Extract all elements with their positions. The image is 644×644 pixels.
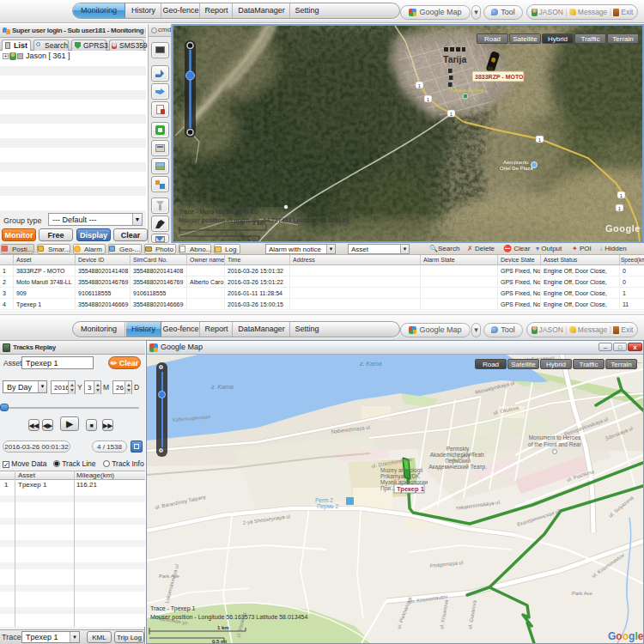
svg-text:Trace - Трехер 1: Trace - Трехер 1: [150, 605, 196, 612]
svg-text:Google: Google: [608, 630, 643, 642]
svg-text:Tarija: Tarija: [443, 54, 466, 64]
svg-text:of the Front and Rear: of the Front and Rear: [528, 441, 582, 447]
svg-text:Aeropuerto: Aeropuerto: [503, 160, 529, 165]
svg-text:Oriel De Plaza: Oriel De Plaza: [500, 166, 533, 171]
svg-text:2 km: 2 km: [252, 220, 265, 226]
svg-text:Пермь 2: Пермь 2: [317, 503, 339, 510]
svg-text:г. Kama: г. Kama: [360, 361, 382, 367]
svg-text:2 mi: 2 mi: [247, 239, 258, 241]
svg-text:Mouser position - Longitude 56: Mouser position - Longitude 56.163573 La…: [150, 614, 307, 621]
svg-text:3833RZP - MOTO: 3833RZP - MOTO: [475, 74, 524, 80]
svg-text:Трекер 1: Трекер 1: [397, 485, 424, 493]
svg-text:Park Ave: Park Ave: [572, 591, 593, 596]
svg-text:0.5 mi: 0.5 mi: [212, 639, 227, 643]
svg-text:Monument to Heroes: Monument to Heroes: [529, 434, 581, 440]
svg-text:1 km: 1 km: [217, 625, 229, 630]
svg-text:Академический Театр.: Академический Театр.: [428, 464, 487, 471]
svg-text:Google: Google: [605, 223, 641, 234]
svg-text:Trace - Moto Maruti 3748-LL: Trace - Moto Maruti 3748-LL: [179, 209, 258, 215]
svg-text:Parque Bolivar: Parque Bolivar: [450, 88, 483, 93]
svg-text:г. Kama: г. Kama: [211, 384, 234, 390]
svg-text:Perm 2: Perm 2: [315, 497, 333, 503]
svg-text:При...: При...: [380, 485, 396, 492]
